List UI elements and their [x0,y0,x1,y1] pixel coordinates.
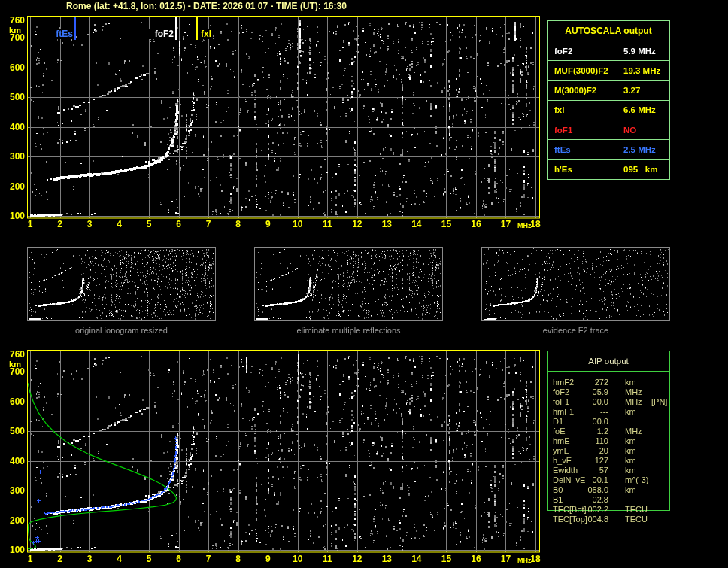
autoscala-table-row: M(3000)F23.27 [548,81,669,101]
y-tick-label: 200 [2,516,25,525]
aip-row-value: 272 [560,378,608,387]
aip-row-value: 20 [560,446,608,455]
aip-row-unit: TECU [625,505,648,514]
aip-table-row: h_vE127km [547,456,678,465]
autoscala-table-row: MUF(3000)F219.3 MHz [548,61,669,80]
thumbnail-caption-evidence: evidence F2 trace [481,326,670,335]
y-tick-label: 700 [2,367,25,376]
x-tick-label: 9 [259,220,276,229]
autoscala-row-label: foF1 [548,120,611,139]
x-tick-label: 12 [349,220,366,229]
x-tick-label: 15 [438,554,454,563]
aip-row-value: 02.8 [560,495,608,504]
aip-table-row: D100.0 [547,417,678,426]
aip-row-value: 00.0 [560,397,608,406]
aip-row-unit: km [625,378,636,387]
x-tick-label: 14 [408,554,425,563]
fof2-marker-label: foF2 [147,29,174,39]
ftes-marker-label: ftEs [45,29,74,39]
aip-table-row: hmF1---km [547,407,678,416]
aip-row-value: 127 [560,456,608,465]
aip-row-unit: km [625,485,636,494]
autoscala-table-title: AUTOSCALA output [548,21,669,41]
autoscala-row-label: h'Es [548,160,611,179]
aip-row-value: 002.2 [560,505,608,514]
y-tick-label: 300 [2,152,25,161]
aip-table-row: ymE20km [547,446,678,455]
aip-row-unit: MHz [625,397,642,406]
autoscala-row-value: 3.27 [611,81,669,100]
aip-row-value: 00.1 [560,475,608,484]
aip-table-row: foE1.2MHz [547,427,678,436]
x-tick-label: 7 [200,220,217,229]
aip-row-extra: [PN] [651,397,667,406]
y-tick-label: 200 [2,182,25,191]
aip-row-unit: m^(-3) [625,475,648,484]
page-title: Rome (lat: +41.8, lon: 012.5) - DATE: 20… [66,1,347,11]
aip-table-row: Ewidth57km [547,466,678,475]
x-tick-label: 13 [378,220,395,229]
aip-row-value: 1.2 [560,427,608,436]
y-tick-label: 400 [2,123,25,132]
autoscala-row-label: M(3000)F2 [548,81,611,100]
aip-row-unit: TECU [625,515,648,524]
aip-table-divider [548,371,669,372]
x-tick-label: 13 [378,554,395,563]
aip-table-row: B102.8 [547,495,678,504]
autoscala-row-value: NO [611,120,669,139]
autoscala-row-value: 5.9 MHz [611,41,669,60]
autoscala-row-label: MUF(3000)F2 [548,61,611,80]
aip-row-value: 110 [560,436,608,445]
y-tick-label: 100 [2,545,25,554]
x-tick-label: 15 [438,220,454,229]
autoscala-window: Rome (lat: +41.8, lon: 012.5) - DATE: 20… [0,0,728,568]
fxi-marker-label: fxI [200,29,212,39]
aip-table-row: DelN_vE00.1m^(-3) [547,475,678,484]
x-tick-label: 7 [200,554,217,563]
x-tick-label: 12 [349,554,366,563]
x-tick-label: 11 [319,220,335,229]
autoscala-row-value: 095 km [611,160,669,179]
x-tick-label: 16 [468,554,484,563]
autoscala-table-row: foF25.9 MHz [548,41,669,61]
y-tick-label: 760 [2,16,25,25]
x-tick-label: 17 [497,554,514,563]
y-tick-label: 400 [2,457,25,466]
aip-table-row: hmF2272km [547,378,678,387]
aip-row-value: 05.9 [560,387,608,396]
x-tick-label: 6 [171,554,187,563]
x-tick-label: 1 [22,554,38,563]
x-axis-unit: MHz [517,223,532,229]
x-tick-label: 4 [111,554,128,563]
y-tick-label: 300 [2,486,25,495]
aip-table-row: TEC[Bot]002.2TECU [547,505,678,514]
aip-table-row: foF100.0MHz[PN] [547,397,678,406]
autoscala-table-row: fxI6.6 MHz [548,101,669,120]
x-tick-label: 5 [141,554,157,563]
x-tick-label: 6 [171,220,187,229]
x-axis-unit: MHz [517,557,532,564]
aip-row-value: 004.8 [560,515,608,524]
autoscala-row-value: 6.6 MHz [611,101,669,120]
y-tick-label: 600 [2,63,25,72]
aip-row-value: 058.0 [560,485,608,494]
aip-table-row: TEC[Top]004.8TECU [547,515,678,524]
thumbnail-caption-eliminate: eliminate multiple reflections [254,326,443,335]
autoscala-row-value: 19.3 MHz [611,61,669,80]
aip-table-row: B0058.0km [547,485,678,494]
x-tick-label: 9 [259,554,276,563]
x-tick-label: 4 [111,220,128,229]
x-tick-label: 2 [52,220,68,229]
autoscala-row-label: ftEs [548,140,611,159]
x-tick-label: 3 [81,220,98,229]
x-tick-label: 8 [230,220,247,229]
x-tick-label: 8 [230,554,247,563]
aip-row-unit: km [625,436,636,445]
y-tick-label: 760 [2,350,25,359]
autoscala-table-row: foF1NO [548,120,669,140]
x-tick-label: 10 [290,554,306,563]
thumbnail-caption-original: original ionogram resized [27,326,216,335]
x-tick-label: 5 [141,220,157,229]
y-tick-label: 700 [2,33,25,42]
autoscala-output-table: AUTOSCALA output foF25.9 MHzMUF(3000)F21… [547,20,670,180]
